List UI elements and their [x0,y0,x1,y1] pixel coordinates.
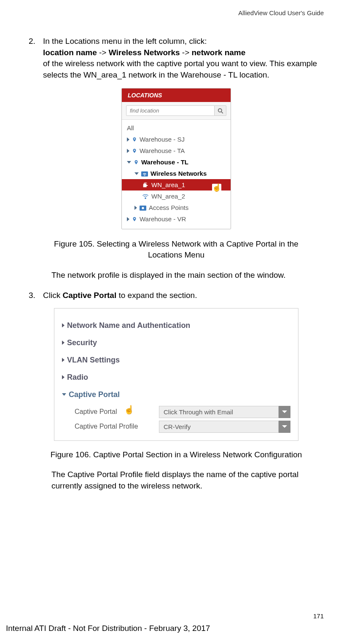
ap-folder-icon [140,205,146,211]
paragraph-profile-displayed: The network profile is displayed in the … [29,270,324,281]
search-icon [218,108,223,114]
captive-portal-field-row: Captive Portal Click Through with Email [75,406,290,418]
tree-label: Access Points [149,204,188,211]
step-2-line3: of the wireless network with the captive… [43,59,317,79]
captive-portal-select[interactable]: Click Through with Email [159,406,290,418]
step-2-number: 2. [29,36,43,80]
section-network-name-auth[interactable]: Network Name and Authentication [62,317,290,334]
section-radio[interactable]: Radio [62,369,290,386]
caret-down-icon [62,393,66,396]
caret-right-icon [134,206,137,210]
section-vlan-settings[interactable]: VLAN Settings [62,352,290,369]
tree-item-warehouse-vr[interactable]: Warehouse - VR [122,213,231,225]
figure-106-image: Network Name and Authentication Security… [54,308,298,441]
chevron-down-icon [282,425,287,428]
svg-line-1 [221,112,223,113]
section-label: Captive Portal [69,390,120,399]
wifi-folder-icon [141,171,148,177]
caret-right-icon [62,358,64,362]
section-label: VLAN Settings [67,356,120,365]
tree-item-wn-area-1[interactable]: WN_area_1 ☝ [122,179,231,191]
svg-point-3 [144,175,145,176]
tree-item-wn-area-2[interactable]: WN_area_2 [122,191,231,202]
caret-right-icon [62,323,64,327]
caret-right-icon [62,341,64,345]
captive-portal-label: Captive Portal [75,408,159,416]
tree-item-wireless-networks[interactable]: Wireless Networks [122,168,231,179]
captive-portal-value: Click Through with Email [159,406,279,418]
step-2-body: In the Locations menu in the left column… [43,36,324,80]
page-number: 171 [313,612,324,620]
tree-item-access-points[interactable]: Access Points [122,202,231,213]
tree-label: WN_area_2 [151,193,185,200]
caret-right-icon [127,217,129,221]
tree-label: Warehouse - VR [140,215,186,223]
figure-105-image: LOCATIONS All Warehouse - SJ Warehouse -… [121,88,231,229]
pin-icon [132,148,137,154]
step-2-line1: In the Locations menu in the left column… [43,37,207,46]
caret-down-icon [127,161,131,164]
caret-right-icon [127,137,129,142]
section-label: Radio [67,373,88,382]
step-2-sep1: -> [97,48,109,57]
step-3-bold: Captive Portal [62,291,116,300]
step-2-sep2: -> [180,48,192,57]
pin-icon [132,136,137,143]
caret-right-icon [127,149,129,153]
tree-label: Warehouse - TA [140,147,185,154]
captive-portal-profile-field-row: Captive Portal Profile CR-Verify [75,421,290,433]
location-search-input[interactable] [126,105,215,116]
paragraph-profile-field: The Captive Portal Profile field display… [29,469,324,491]
pin-icon [134,159,139,166]
tree-label: Warehouse - TL [141,158,188,166]
section-captive-portal[interactable]: Captive Portal [62,386,290,403]
step-2-path-a: location name [43,48,97,57]
tree-item-warehouse-tl[interactable]: Warehouse - TL [122,156,231,168]
step-3-post: to expand the section. [116,291,197,300]
locations-panel-header: LOCATIONS [122,89,231,102]
section-security[interactable]: Security [62,334,290,352]
location-search-button[interactable] [215,105,226,116]
location-search-row [122,102,231,120]
tree-item-warehouse-sj[interactable]: Warehouse - SJ [122,134,231,145]
locations-tree: All Warehouse - SJ Warehouse - TA Wareho… [122,120,231,229]
tree-label: Warehouse - SJ [140,136,185,143]
draft-footer: Internal ATI Draft - Not For Distributio… [6,624,210,633]
tree-label: Wireless Networks [150,170,207,177]
tree-label: WN_area_1 [151,181,185,188]
step-3-pre: Click [43,291,62,300]
captive-portal-profile-label: Captive Portal Profile [75,423,159,430]
step-3: 3. Click Captive Portal to expand the se… [29,290,324,301]
chevron-down-icon [282,411,287,413]
step-2-path-c: network name [192,48,246,57]
cursor-hand-icon: ☝ [124,405,134,415]
step-3-body: Click Captive Portal to expand the secti… [43,290,324,301]
captive-portal-profile-select[interactable]: CR-Verify [159,421,290,433]
tree-item-warehouse-ta[interactable]: Warehouse - TA [122,145,231,156]
svg-point-0 [218,109,221,112]
svg-point-4 [145,198,146,199]
select-dropdown-button[interactable] [279,421,290,433]
figure-105-caption: Figure 105. Selecting a Wireless Network… [40,239,312,260]
svg-point-6 [142,207,144,209]
hotspot-icon [142,182,149,188]
wifi-icon [142,194,149,199]
section-label: Security [67,338,97,347]
pin-icon [132,216,137,223]
doc-title-header: AlliedView Cloud User's Guide [238,9,324,16]
caret-right-icon [62,375,64,379]
section-label: Network Name and Authentication [67,321,190,330]
captive-portal-profile-value: CR-Verify [159,421,279,433]
figure-106-caption: Figure 106. Captive Portal Section in a … [40,449,312,460]
cursor-hand-icon: ☝ [212,184,221,191]
step-2-path-b: Wireless Networks [109,48,180,57]
tree-all[interactable]: All [122,122,231,134]
step-3-number: 3. [29,290,43,301]
step-2: 2. In the Locations menu in the left col… [29,36,324,80]
caret-down-icon [134,172,139,175]
select-dropdown-button[interactable] [279,406,290,418]
